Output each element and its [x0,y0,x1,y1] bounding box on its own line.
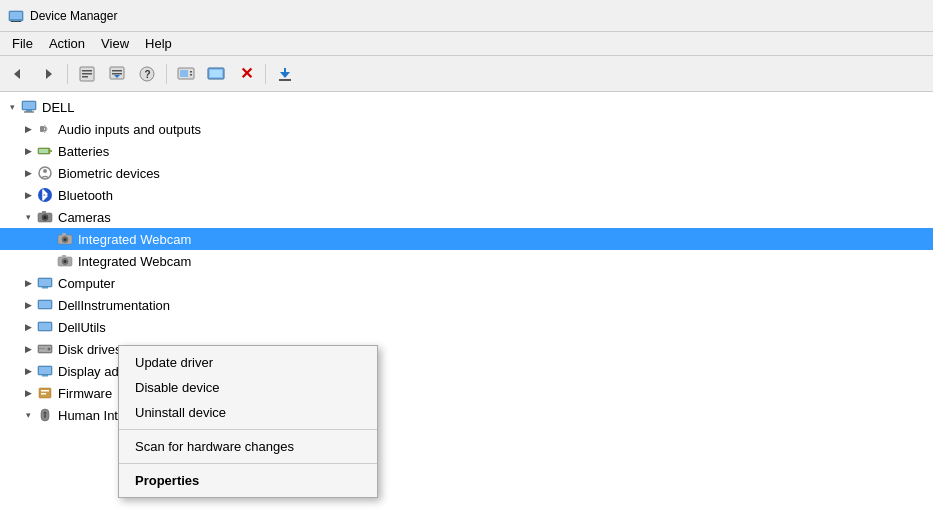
tree-item-dell-utils[interactable]: ▶ DellUtils [0,316,933,338]
svg-point-46 [64,260,67,263]
webcam1-label: Integrated Webcam [78,232,191,247]
ctx-uninstall-device[interactable]: Uninstall device [119,400,377,425]
dell-utils-icon [36,318,54,336]
expand-hid[interactable]: ▾ [20,407,36,423]
cameras-label: Cameras [58,210,111,225]
tree-item-biometric[interactable]: ▶ Biometric devices [0,162,933,184]
batteries-label: Batteries [58,144,109,159]
app-icon [8,8,24,24]
svg-rect-1 [10,12,22,19]
dell-instrumentation-label: DellInstrumentation [58,298,170,313]
update-driver-icon [108,65,126,83]
display-adaptors-icon [36,362,54,380]
tree-item-webcam1[interactable]: Integrated Webcam [0,228,933,250]
expand-biometric[interactable]: ▶ [20,165,36,181]
help-button[interactable]: ? [133,60,161,88]
camera-icon [36,208,54,226]
svg-rect-23 [284,68,286,74]
svg-rect-32 [39,149,48,153]
tree-item-cameras[interactable]: ▾ Cameras [0,206,933,228]
svg-rect-29 [40,126,44,132]
add-icon [207,65,225,83]
svg-rect-18 [190,71,192,73]
webcam1-icon [56,230,74,248]
battery-icon [36,142,54,160]
properties-icon [78,65,96,83]
audio-icon [36,120,54,138]
computer-node-icon [36,274,54,292]
uninstall-button[interactable]: ✕ [232,60,260,88]
ctx-disable-device[interactable]: Disable device [119,375,377,400]
scan-icon [177,65,195,83]
computer-icon [20,98,38,116]
expand-cameras[interactable]: ▾ [20,209,36,225]
biometric-icon [36,164,54,182]
tree-item-dell[interactable]: ▾ DELL [0,96,933,118]
svg-rect-21 [210,70,222,77]
expand-bluetooth[interactable]: ▶ [20,187,36,203]
svg-rect-19 [190,74,192,76]
add-button[interactable] [202,60,230,88]
scan-button[interactable] [172,60,200,88]
update-driver-button[interactable] [103,60,131,88]
svg-rect-9 [82,76,88,78]
expand-computer[interactable]: ▶ [20,275,36,291]
svg-rect-47 [62,255,66,258]
webcam2-label: Integrated Webcam [78,254,191,269]
expand-display-adaptors[interactable]: ▶ [20,363,36,379]
firmware-label: Firmware [58,386,112,401]
svg-point-38 [44,216,47,219]
expand-batteries[interactable]: ▶ [20,143,36,159]
expand-dell-utils[interactable]: ▶ [20,319,36,335]
dell-instrumentation-icon [36,296,54,314]
bluetooth-icon [36,186,54,204]
menu-view[interactable]: View [93,34,137,53]
svg-rect-43 [62,233,66,236]
svg-rect-27 [26,110,32,112]
expand-disk-drives[interactable]: ▶ [20,341,36,357]
context-menu: Update driver Disable device Uninstall d… [118,345,378,498]
forward-icon [40,66,56,82]
ctx-scan-hardware[interactable]: Scan for hardware changes [119,434,377,459]
webcam2-icon [56,252,74,270]
ctx-update-driver[interactable]: Update driver [119,350,377,375]
svg-point-42 [64,238,67,241]
download-button[interactable] [271,60,299,88]
properties-button[interactable] [73,60,101,88]
menu-file[interactable]: File [4,34,41,53]
back-icon [10,66,26,82]
forward-button[interactable] [34,60,62,88]
expand-dell-instrumentation[interactable]: ▶ [20,297,36,313]
main-area: ▾ DELL ▶ Audio inputs and [0,92,933,526]
ctx-properties[interactable]: Properties [119,468,377,493]
expand-firmware[interactable]: ▶ [20,385,36,401]
expand-dell[interactable]: ▾ [4,99,20,115]
menu-help[interactable]: Help [137,34,180,53]
menu-action[interactable]: Action [41,34,93,53]
svg-rect-31 [50,150,52,152]
tree-item-audio[interactable]: ▶ Audio inputs and outputs [0,118,933,140]
title-bar: Device Manager [0,0,933,32]
back-button[interactable] [4,60,32,88]
tree-item-dell-instrumentation[interactable]: ▶ DellInstrumentation [0,294,933,316]
svg-marker-4 [14,69,20,79]
window-title: Device Manager [30,9,117,23]
download-icon [276,65,294,83]
tree-item-batteries[interactable]: ▶ Batteries [0,140,933,162]
svg-text:?: ? [145,69,151,80]
separator-2 [166,64,167,84]
ctx-separator-1 [119,429,377,430]
dell-utils-label: DellUtils [58,320,106,335]
tree-item-bluetooth[interactable]: ▶ Bluetooth [0,184,933,206]
audio-label: Audio inputs and outputs [58,122,201,137]
expand-audio[interactable]: ▶ [20,121,36,137]
tree-item-computer[interactable]: ▶ Computer [0,272,933,294]
svg-rect-52 [39,301,51,308]
help-icon: ? [138,65,156,83]
tree-item-webcam2[interactable]: Integrated Webcam [0,250,933,272]
hid-icon [36,406,54,424]
toolbar: ? ✕ [0,56,933,92]
separator-1 [67,64,68,84]
svg-point-57 [48,348,51,351]
svg-rect-54 [39,323,51,330]
